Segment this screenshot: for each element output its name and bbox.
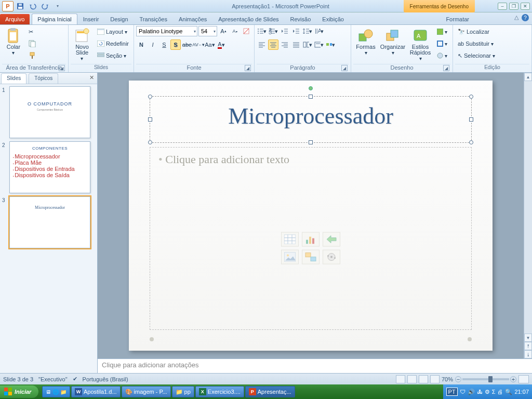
tab-animations[interactable]: Animações (173, 14, 212, 24)
tab-insert[interactable]: Inserir (77, 14, 105, 24)
copy-button[interactable] (26, 38, 38, 49)
decrease-indent-button[interactable] (280, 26, 290, 36)
spellcheck-icon[interactable]: ✔ (73, 376, 77, 382)
file-tab[interactable]: Arquivo (0, 14, 30, 24)
text-direction-button[interactable]: ||A▾ (314, 26, 324, 36)
prev-slide-button[interactable]: ⭱ (524, 342, 532, 350)
tab-view[interactable]: Exibição (316, 14, 350, 24)
paste-button[interactable]: Colar▾ (2, 26, 25, 57)
insert-clipart-icon[interactable] (302, 250, 320, 264)
language-indicator[interactable]: PT (446, 388, 458, 396)
select-button[interactable]: ↖Selecionar ▾ (455, 50, 498, 61)
zoom-slider[interactable]: − + (455, 376, 516, 382)
align-left-button[interactable] (257, 39, 267, 50)
zoom-out-button[interactable]: − (455, 376, 461, 382)
tray-icon[interactable]: 🛡 (460, 389, 466, 395)
shape-effects-button[interactable]: ▾ (434, 50, 450, 61)
justify-button[interactable] (291, 39, 301, 50)
section-button[interactable]: Seção ▾ (95, 50, 131, 61)
insert-table-icon[interactable] (281, 232, 299, 247)
italic-button[interactable]: I (148, 39, 158, 50)
tray-icon[interactable]: 🖨 (497, 389, 503, 395)
zoom-level[interactable]: 70% (442, 376, 453, 382)
increase-indent-button[interactable] (291, 26, 301, 36)
tray-icon[interactable]: 🖧 (477, 389, 483, 395)
tab-slideshow[interactable]: Apresentação de Slides (212, 14, 284, 24)
save-icon[interactable] (15, 1, 26, 11)
minimize-ribbon-icon[interactable]: △ (514, 14, 518, 21)
vertical-scrollbar[interactable]: ▲ ▼ ⭱ ⭳ (524, 73, 532, 358)
start-button[interactable]: Iniciar (0, 385, 38, 398)
columns-button[interactable]: ▾ (302, 39, 313, 50)
taskbar-item-paint[interactable]: 🎨imagem - P... (122, 386, 171, 397)
taskbar-item-word[interactable]: WApostila1.d... (71, 386, 121, 397)
tray-icon[interactable]: Σ (492, 389, 496, 395)
scroll-down-button[interactable]: ▼ (524, 334, 532, 342)
tray-icon[interactable]: ⚙ (485, 389, 490, 395)
app-menu-icon[interactable]: P (2, 1, 14, 11)
rotate-handle[interactable] (309, 86, 313, 90)
slide-canvas[interactable]: Microprocessador Clique para adicionar t… (98, 73, 524, 358)
align-text-button[interactable]: ▾ (314, 39, 324, 50)
slideshow-view-button[interactable] (430, 375, 440, 383)
insert-smartart-icon[interactable] (323, 232, 340, 247)
taskbar-item-folder[interactable]: 📁pp (172, 386, 194, 397)
clock[interactable]: 21:07 (514, 389, 529, 395)
replace-button[interactable]: abSubstituir ▾ (455, 38, 498, 49)
reset-button[interactable]: Redefinir (95, 38, 131, 49)
bullets-button[interactable]: ▾ (257, 26, 267, 36)
title-placeholder[interactable]: Microprocessador (150, 96, 472, 143)
insert-chart-icon[interactable] (302, 232, 320, 247)
taskbar-item-excel[interactable]: XExercicio3.... (195, 386, 244, 397)
cut-button[interactable]: ✂ (26, 26, 38, 37)
tab-design[interactable]: Design (104, 14, 134, 24)
paragraph-dialog-launcher[interactable]: ◢ (341, 65, 348, 71)
tab-home[interactable]: Página Inicial (32, 14, 77, 24)
thumbnail-1[interactable]: 1 O COMPUTADORComponentes Básicos (2, 86, 95, 138)
sorter-view-button[interactable] (407, 375, 417, 383)
align-center-button[interactable] (268, 39, 278, 50)
shape-fill-button[interactable]: ▾ (434, 26, 450, 37)
shape-outline-button[interactable]: ▾ (434, 38, 450, 49)
format-painter-button[interactable] (26, 50, 38, 61)
drawing-dialog-launcher[interactable]: ◢ (443, 65, 449, 71)
underline-button[interactable]: S (159, 39, 169, 50)
content-placeholder[interactable]: Clique para adicionar texto (150, 147, 472, 330)
tray-icon[interactable]: 🔊 (468, 389, 475, 395)
find-button[interactable]: 🔭Localizar (455, 26, 498, 37)
quick-styles-button[interactable]: A Estilos Rápidos▾ (407, 26, 433, 63)
reading-view-button[interactable] (419, 375, 428, 383)
font-size-combo[interactable]: 54 (198, 26, 217, 36)
grow-font-button[interactable]: A▴ (218, 26, 229, 36)
new-slide-button[interactable]: Novo Slide▾ (71, 26, 94, 63)
tab-format[interactable]: Formatar (440, 14, 475, 24)
align-right-button[interactable] (280, 39, 290, 50)
shrink-font-button[interactable]: A▾ (230, 26, 240, 36)
tab-transitions[interactable]: Transições (134, 14, 173, 24)
font-dialog-launcher[interactable]: ◢ (245, 65, 251, 71)
insert-picture-icon[interactable] (281, 250, 299, 264)
thumbnails-list[interactable]: 1 O COMPUTADORComponentes Básicos 2 COMP… (0, 84, 97, 373)
bold-button[interactable]: N (136, 39, 147, 50)
qat-customize-icon[interactable]: ▾ (52, 1, 63, 11)
taskbar-item-powerpoint[interactable]: PApresentaç... (245, 386, 295, 397)
clear-formatting-button[interactable] (241, 26, 251, 36)
panel-tab-outline[interactable]: Tópicos (29, 73, 58, 84)
insert-media-icon[interactable] (323, 250, 340, 264)
fit-to-window-button[interactable] (518, 375, 529, 383)
language-status[interactable]: Português (Brasil) (83, 376, 128, 382)
thumbnail-3[interactable]: 3 Microprocessador (2, 196, 95, 248)
quicklaunch[interactable]: 🖥 🌐 📁 (42, 386, 70, 397)
font-name-combo[interactable]: Palatino Linotype (136, 26, 197, 36)
shadow-button[interactable]: S (170, 39, 181, 50)
scroll-up-button[interactable]: ▲ (524, 73, 532, 81)
tab-review[interactable]: Revisão (285, 14, 317, 24)
change-case-button[interactable]: Aa▾ (205, 39, 215, 50)
thumbnail-2[interactable]: 2 COMPONENTES • Microprocessador • Placa… (2, 141, 95, 193)
zoom-in-button[interactable]: + (510, 376, 516, 382)
minimize-button[interactable]: – (498, 3, 507, 10)
font-color-button[interactable]: A▾ (216, 39, 227, 50)
strikethrough-button[interactable]: abe (182, 39, 192, 50)
help-icon[interactable]: ? (522, 14, 529, 21)
panel-tab-slides[interactable]: Slides (1, 73, 26, 84)
